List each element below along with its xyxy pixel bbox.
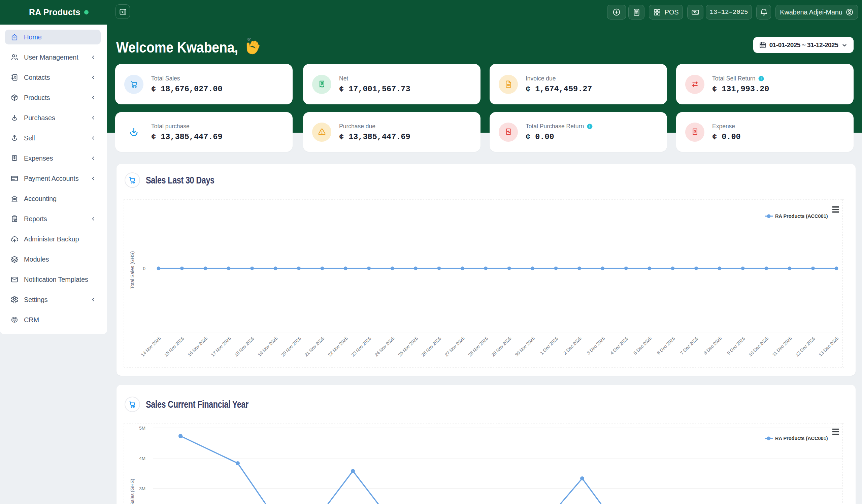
- svg-text:19 Nov 2025: 19 Nov 2025: [257, 336, 279, 358]
- svg-text:25 Nov 2025: 25 Nov 2025: [397, 336, 419, 358]
- svg-text:30 Nov 2025: 30 Nov 2025: [514, 336, 536, 358]
- svg-text:Total Sales (GHS): Total Sales (GHS): [130, 251, 135, 289]
- svg-text:28 Nov 2025: 28 Nov 2025: [467, 336, 489, 358]
- svg-text:4M: 4M: [139, 456, 145, 461]
- svg-text:6 Dec 2025: 6 Dec 2025: [656, 336, 676, 356]
- svg-text:Total Sales (GHS): Total Sales (GHS): [130, 479, 135, 504]
- svg-text:26 Nov 2025: 26 Nov 2025: [420, 336, 442, 358]
- svg-text:2 Dec 2025: 2 Dec 2025: [563, 336, 583, 356]
- svg-text:15 Nov 2025: 15 Nov 2025: [163, 336, 185, 358]
- svg-text:5M: 5M: [139, 426, 145, 430]
- svg-text:10 Dec 2025: 10 Dec 2025: [748, 336, 770, 358]
- svg-text:11 Dec 2025: 11 Dec 2025: [771, 336, 793, 357]
- svg-text:1 Dec 2025: 1 Dec 2025: [539, 336, 559, 356]
- svg-text:23 Nov 2025: 23 Nov 2025: [351, 336, 373, 358]
- svg-text:22 Nov 2025: 22 Nov 2025: [327, 336, 349, 358]
- svg-text:17 Nov 2025: 17 Nov 2025: [210, 336, 232, 358]
- svg-text:RA Products (ACC001): RA Products (ACC001): [775, 213, 828, 219]
- svg-text:7 Dec 2025: 7 Dec 2025: [679, 336, 700, 356]
- svg-text:27 Nov 2025: 27 Nov 2025: [444, 336, 466, 358]
- svg-text:3 Dec 2025: 3 Dec 2025: [586, 336, 606, 356]
- svg-text:24 Nov 2025: 24 Nov 2025: [374, 336, 396, 358]
- svg-text:A: A: [13, 320, 16, 324]
- svg-text:RA Products (ACC001): RA Products (ACC001): [775, 436, 828, 441]
- svg-text:5 Dec 2025: 5 Dec 2025: [633, 336, 653, 356]
- svg-text:20 Nov 2025: 20 Nov 2025: [280, 336, 302, 358]
- svg-text:0: 0: [143, 266, 145, 271]
- svg-text:14 Nov 2025: 14 Nov 2025: [140, 336, 162, 358]
- svg-text:3M: 3M: [139, 486, 145, 491]
- svg-text:18 Nov 2025: 18 Nov 2025: [234, 336, 256, 358]
- svg-text:13 Dec 2025: 13 Dec 2025: [818, 336, 840, 358]
- svg-text:8 Dec 2025: 8 Dec 2025: [703, 336, 722, 356]
- svg-text:21 Nov 2025: 21 Nov 2025: [304, 336, 326, 358]
- svg-text:16 Nov 2025: 16 Nov 2025: [187, 336, 209, 358]
- svg-text:9 Dec 2025: 9 Dec 2025: [726, 336, 746, 356]
- svg-text:12 Dec 2025: 12 Dec 2025: [794, 336, 816, 358]
- svg-text:29 Nov 2025: 29 Nov 2025: [491, 336, 512, 358]
- svg-text:4 Dec 2025: 4 Dec 2025: [609, 336, 629, 356]
